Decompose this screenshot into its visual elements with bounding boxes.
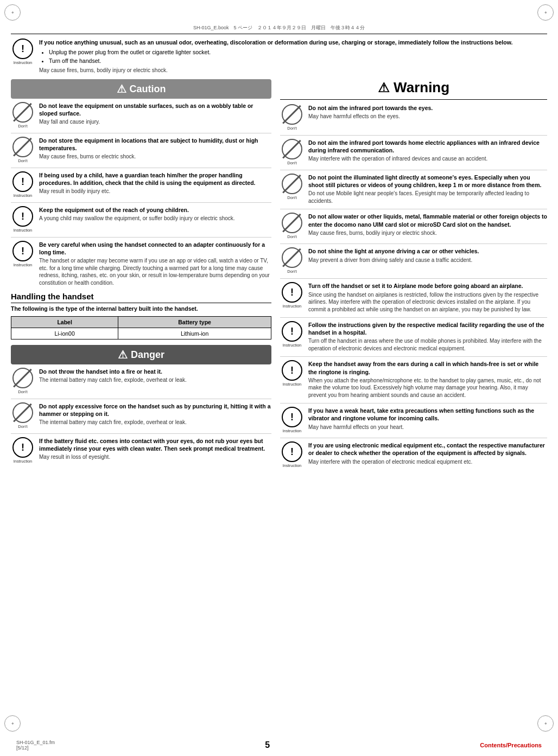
entry-sub: May have harmful effects on the eyes.	[308, 113, 547, 120]
icon-label-text: Don't	[287, 234, 296, 239]
entry-text: Turn off the handset or set it to Airpla…	[308, 282, 547, 313]
instruction-icon-container: !Instruction	[280, 321, 304, 348]
icon-label-text: Don't	[18, 389, 27, 394]
icon-label-text: Instruction	[283, 463, 302, 468]
instruction-icon: !	[282, 282, 302, 303]
entry-sub: The internal battery may catch fire, exp…	[39, 419, 271, 426]
bullet-item: Unplug the power plug from the outlet or…	[49, 48, 547, 56]
instruction-icon-container: !Instruction	[11, 437, 35, 464]
icon-label-text: Instruction	[14, 262, 33, 267]
icon-label-text: Don't	[18, 124, 27, 129]
entry-sub: The handset or adapter may become warm i…	[39, 257, 271, 286]
list-item: !InstructionKeep the equipment out of th…	[11, 202, 271, 233]
icon-label-text: Instruction	[14, 193, 33, 198]
left-column: ⚠ Caution Don'tDo not leave the equipmen…	[11, 79, 271, 472]
list-item: Don'tDo not aim the infrared port toward…	[280, 104, 547, 131]
dont-icon	[12, 402, 33, 423]
entry-sub: May fall and cause injury.	[39, 118, 271, 126]
entry-text: Do not throw the handset into a fire or …	[39, 368, 271, 384]
instruction-icon: !	[12, 171, 33, 192]
instruction-icon: !	[282, 441, 302, 462]
list-item: !InstructionKeep the handset away from t…	[280, 356, 547, 399]
dont-icon-container: Don't	[280, 104, 304, 131]
entry-sub: A young child may swallow the equipment,…	[39, 215, 271, 222]
entry-text: Do not store the equipment in locations …	[39, 137, 271, 161]
entry-sub: May have harmful effects on your heart.	[308, 424, 547, 431]
list-item: Don'tDo not leave the equipment on unsta…	[11, 102, 271, 129]
entry-sub: May result in bodily injury etc.	[39, 188, 271, 195]
list-item: !InstructionIf you are using electronic …	[280, 438, 547, 468]
corner-decoration-tr: ✦	[537, 4, 554, 21]
top-instruction-text: If you notice anything unusual, such as …	[39, 39, 547, 74]
icon-label-text: Don't	[287, 195, 296, 200]
instruction-icon-container: !Instruction	[11, 206, 35, 233]
entry-text: Do not aim the infrared port towards hom…	[308, 139, 547, 163]
entry-sub: The internal battery may catch fire, exp…	[39, 376, 271, 384]
danger-title: Danger	[131, 349, 164, 361]
entry-title: Do not point the illuminated light direc…	[308, 174, 547, 189]
warning-header: ⚠ Warning	[280, 79, 547, 100]
warning-title: Warning	[394, 79, 449, 95]
entry-sub: Turn off the handset in areas where the …	[308, 337, 547, 352]
entry-title: If being used by a child, have a guardia…	[39, 171, 271, 187]
dont-icon	[12, 137, 33, 157]
footer-contents: Contents/Precautions	[480, 742, 542, 748]
entry-text: If you have a weak heart, take extra pre…	[308, 407, 547, 431]
entry-title: Do not apply excessive force on the hand…	[39, 402, 271, 418]
dont-icon	[282, 104, 302, 125]
list-item: Don'tDo not apply excessive force on the…	[11, 399, 271, 429]
icon-label-text: Instruction	[283, 304, 302, 309]
instruction-icon: !	[282, 360, 302, 381]
entry-text: Follow the instructions given by the res…	[308, 321, 547, 352]
entry-sub: May interfere with the operation of elec…	[308, 458, 547, 466]
entry-text: If you are using electronic medical equi…	[308, 441, 547, 465]
dont-icon-container: Don't	[280, 213, 304, 239]
entry-title: Do not leave the equipment on unstable s…	[39, 102, 271, 117]
entry-sub: May cause fires, burns or electric shock…	[39, 153, 271, 161]
dont-icon	[282, 174, 302, 194]
entry-sub: Since using the handset on airplanes is …	[308, 291, 547, 313]
entry-title: Do not store the equipment in locations …	[39, 137, 271, 152]
icon-label-text: Instruction	[283, 428, 302, 433]
entry-text: Do not shine the light at anyone driving…	[308, 247, 547, 264]
corner-decoration-bl: ✦	[4, 715, 21, 732]
entry-text: Be very careful when using the handset c…	[39, 241, 271, 286]
instruction-icon: !	[12, 437, 33, 458]
handling-title: Handling the handset	[11, 292, 271, 303]
entry-text: Keep the equipment out of the reach of y…	[39, 206, 271, 222]
instruction-icon: !	[12, 39, 33, 59]
entry-sub: May cause fires, burns, bodily injury or…	[308, 229, 547, 237]
list-item: !InstructionIf the battery fluid etc. co…	[11, 433, 271, 464]
battery-col-type: Battery type	[118, 317, 271, 328]
bullet-item: Turn off the handset.	[49, 57, 547, 65]
battery-col-label: Label	[11, 317, 118, 328]
instruction-icon: !	[12, 241, 33, 261]
list-item: !InstructionIf being used by a child, ha…	[11, 168, 271, 198]
icon-label-text: Don't	[18, 158, 27, 163]
entry-title: Do not allow water or other liquids, met…	[308, 213, 547, 228]
list-item: Don'tDo not point the illuminated light …	[280, 170, 547, 204]
entry-text: Do not point the illuminated light direc…	[308, 174, 547, 204]
dont-icon-container: Don't	[11, 402, 35, 429]
battery-cell: Lithium-ion	[118, 328, 271, 339]
dont-icon	[12, 102, 33, 123]
dont-icon	[282, 247, 302, 268]
battery-cell: Li-ion00	[11, 328, 118, 339]
entry-title: Be very careful when using the handset c…	[39, 241, 271, 256]
dont-icon	[282, 139, 302, 159]
entry-text: If being used by a child, have a guardia…	[39, 171, 271, 195]
list-item: !InstructionTurn off the handset or set …	[280, 278, 547, 313]
entry-sub: May result in loss of eyesight.	[39, 453, 271, 461]
instruction-icon: !	[282, 407, 302, 427]
instruction-icon-container: !Instruction	[11, 241, 35, 267]
dont-icon	[12, 368, 33, 388]
entry-title: Turn off the handset or set it to Airpla…	[308, 282, 547, 290]
icon-label-text: Instruction	[14, 459, 33, 464]
instruction-icon: !	[282, 321, 302, 342]
danger-triangle: ⚠	[118, 348, 128, 361]
instruction-icon-container: !Instruction	[11, 171, 35, 198]
list-item: Don'tDo not throw the handset into a fir…	[11, 368, 271, 394]
instruction-icon-container: !Instruction	[280, 407, 304, 433]
icon-label-text: Don't	[287, 126, 296, 131]
icon-label-text: Instruction	[14, 228, 33, 233]
